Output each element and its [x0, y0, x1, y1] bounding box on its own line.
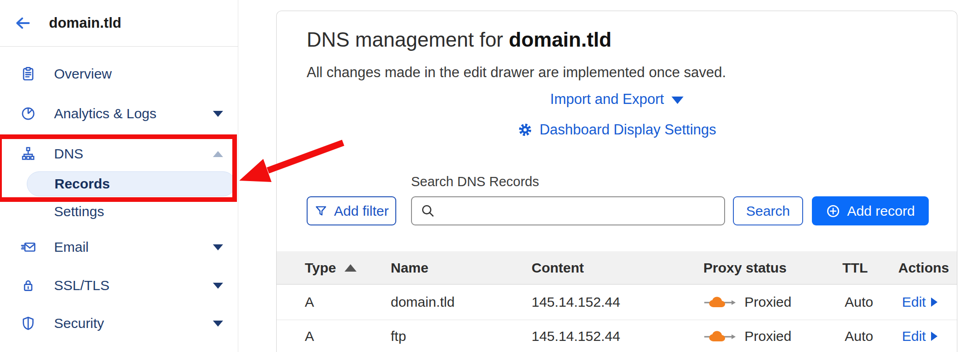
page-title-prefix: DNS management for [307, 28, 509, 51]
chevron-down-icon[interactable] [213, 321, 223, 327]
shield-icon [20, 316, 36, 331]
sidebar-item-label: Security [54, 316, 104, 331]
cell-name: ftp [391, 320, 406, 352]
cell-content: 145.14.152.44 [532, 320, 620, 352]
chevron-down-icon[interactable] [213, 244, 223, 250]
lock-icon [20, 278, 36, 293]
back-arrow-icon[interactable] [14, 14, 31, 32]
add-record-button[interactable]: Add record [812, 196, 929, 225]
import-export-label: Import and Export [550, 91, 664, 108]
search-button[interactable]: Search [733, 196, 803, 225]
column-header-type[interactable]: Type [305, 251, 357, 284]
add-filter-button[interactable]: Add filter [307, 196, 396, 225]
import-export-link[interactable]: Import and Export [277, 91, 957, 108]
column-header-proxy-status: Proxy status [703, 251, 786, 284]
table-header-row: Type Name Content Proxy status TTL Actio… [277, 251, 957, 285]
sidebar-header: domain.tld [0, 0, 238, 47]
caret-right-icon [931, 332, 938, 341]
proxy-status-label: Proxied [744, 328, 792, 344]
sidebar-item-analytics[interactable]: Analytics & Logs [0, 101, 238, 127]
cell-actions: Edit [902, 320, 938, 352]
page-title: DNS management for domain.tld [307, 28, 611, 52]
sidebar-item-email[interactable]: Email [0, 234, 238, 260]
sidebar-item-label: SSL/TLS [54, 278, 109, 293]
cell-name: domain.tld [391, 285, 454, 320]
sidebar-item-label: Settings [54, 204, 104, 219]
sort-ascending-icon [345, 264, 357, 272]
sidebar-item-dns[interactable]: DNS [0, 141, 238, 167]
cell-actions: Edit [902, 285, 938, 320]
add-filter-label: Add filter [334, 203, 388, 219]
chevron-down-icon[interactable] [213, 283, 223, 289]
clipboard-icon [20, 66, 36, 82]
pie-chart-icon [20, 106, 36, 121]
chevron-down-icon[interactable] [213, 111, 223, 117]
cell-proxy-status: Proxied [703, 320, 792, 352]
column-header-ttl: TTL [842, 251, 868, 284]
sidebar-item-dns-settings[interactable]: Settings [0, 199, 238, 225]
cell-type: A [305, 320, 314, 352]
cell-content: 145.14.152.44 [532, 285, 620, 320]
search-field-wrap [411, 196, 725, 225]
search-input[interactable] [411, 196, 725, 225]
sidebar-item-security[interactable]: Security [0, 310, 238, 336]
edit-record-link[interactable]: Edit [902, 328, 938, 344]
sidebar-item-label: Records [54, 176, 110, 192]
sidebar: domain.tld Overview Analytics & Logs DNS [0, 0, 238, 352]
column-header-label: Type [305, 260, 336, 276]
cell-proxy-status: Proxied [703, 285, 792, 320]
sidebar-item-label: DNS [54, 146, 83, 162]
sidebar-item-label: Overview [54, 66, 112, 82]
sitemap-icon [20, 146, 36, 162]
caret-down-icon [671, 97, 684, 104]
proxy-status-label: Proxied [744, 294, 792, 310]
cell-type: A [305, 285, 314, 320]
sidebar-item-records[interactable]: Records [27, 171, 236, 196]
dashboard-display-settings-link[interactable]: Dashboard Display Settings [277, 121, 957, 138]
sidebar-item-label: Analytics & Logs [54, 106, 157, 121]
gear-icon [517, 122, 533, 138]
page-subtitle: All changes made in the edit drawer are … [307, 64, 726, 81]
column-header-name: Name [391, 251, 429, 284]
column-header-actions: Actions [898, 251, 949, 284]
cell-ttl: Auto [845, 285, 873, 320]
add-record-label: Add record [847, 203, 915, 219]
edit-label: Edit [902, 294, 926, 310]
sidebar-domain-title: domain.tld [49, 15, 121, 31]
table-row: A domain.tld 145.14.152.44 Proxied Auto … [277, 285, 957, 320]
cloudflare-cloud-icon [703, 329, 737, 344]
edit-label: Edit [902, 328, 926, 344]
cell-ttl: Auto [845, 320, 873, 352]
search-dns-records-label: Search DNS Records [411, 174, 539, 189]
search-button-label: Search [746, 203, 790, 219]
cloudflare-cloud-icon [703, 295, 737, 310]
table-row: A ftp 145.14.152.44 Proxied Auto Edit [277, 320, 957, 352]
page-title-domain: domain.tld [509, 28, 611, 51]
funnel-icon [314, 204, 328, 218]
sidebar-item-ssl-tls[interactable]: SSL/TLS [0, 273, 238, 298]
sidebar-item-label: Email [54, 239, 89, 255]
email-icon [20, 239, 36, 255]
sidebar-item-overview[interactable]: Overview [0, 61, 238, 87]
plus-circle-icon [826, 204, 841, 218]
edit-record-link[interactable]: Edit [902, 294, 938, 310]
dns-management-card: DNS management for domain.tld All change… [276, 11, 957, 352]
chevron-up-icon[interactable] [213, 151, 223, 157]
dashboard-display-settings-label: Dashboard Display Settings [539, 121, 716, 138]
column-header-content: Content [532, 251, 584, 284]
caret-right-icon [931, 297, 938, 307]
